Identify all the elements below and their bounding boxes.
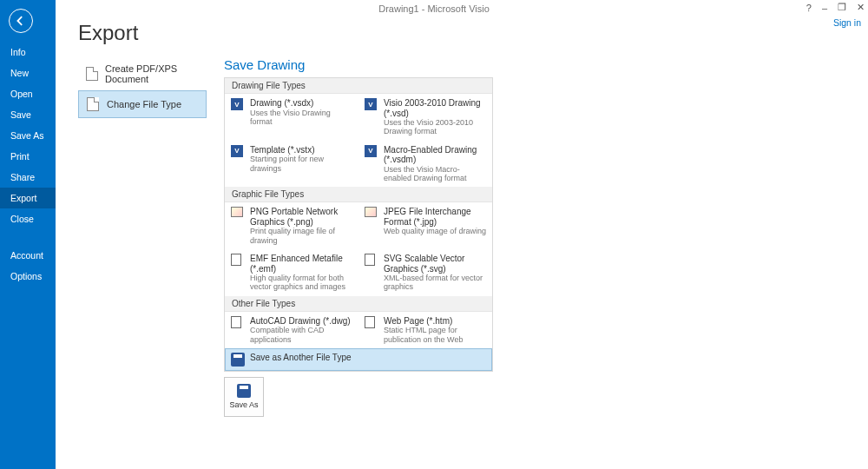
file-type-item[interactable]: VDrawing (*.vsdx)Uses the Visio Drawing … — [225, 94, 358, 141]
file-type-desc: Compatible with CAD applications — [250, 326, 352, 344]
back-button[interactable] — [9, 9, 33, 33]
sidebar-item-account[interactable]: Account — [0, 245, 56, 266]
visio-icon: V — [365, 98, 378, 112]
file-type-item[interactable]: JPEG File Interchange Format (*.jpg)Web … — [358, 202, 492, 249]
file-type-desc: Print quality image file of drawing — [250, 227, 352, 245]
file-type-name: AutoCAD Drawing (*.dwg) — [250, 316, 352, 327]
file-type-name: PNG Portable Network Graphics (*.png) — [250, 207, 352, 227]
img-icon — [365, 207, 378, 221]
file-type-desc: Uses the Visio 2003-2010 Drawing format — [384, 118, 486, 136]
file-type-text: Drawing (*.vsdx)Uses the Visio Drawing f… — [250, 98, 352, 136]
sidebar-item-print[interactable]: Print — [0, 146, 56, 167]
file-type-item[interactable]: SVG Scalable Vector Graphics (*.svg)XML-… — [358, 249, 492, 296]
page-icon — [365, 316, 378, 330]
file-type-desc: Uses the Visio Drawing format — [250, 109, 352, 127]
sidebar-item-info[interactable]: Info — [0, 42, 56, 63]
document-icon — [86, 96, 100, 112]
main-area: Export Create PDF/XPS DocumentChange Fil… — [56, 0, 868, 469]
sidebar-nav-bottom: AccountOptions — [0, 245, 56, 287]
file-type-name: Drawing (*.vsdx) — [250, 98, 352, 109]
file-type-item[interactable]: AutoCAD Drawing (*.dwg)Compatible with C… — [225, 312, 358, 348]
file-type-item[interactable]: VMacro-Enabled Drawing (*.vsdm)Uses the … — [358, 141, 492, 188]
file-type-desc: High quality format for both vector grap… — [250, 274, 352, 292]
file-types-panel: Drawing File TypesVDrawing (*.vsdx)Uses … — [224, 77, 493, 372]
page-title: Export — [78, 21, 845, 45]
save-as-label: Save As — [229, 400, 258, 409]
group-body: VDrawing (*.vsdx)Uses the Visio Drawing … — [225, 94, 492, 187]
file-type-name: Save as Another File Type — [250, 353, 352, 363]
file-type-text: JPEG File Interchange Format (*.jpg)Web … — [384, 207, 486, 245]
export-option-label: Change File Type — [107, 99, 181, 109]
export-option[interactable]: Change File Type — [78, 90, 207, 118]
file-type-text: EMF Enhanced Metafile (*.emf)High qualit… — [250, 254, 352, 292]
file-type-desc: Uses the Visio Macro-enabled Drawing for… — [384, 165, 486, 183]
file-type-name: SVG Scalable Vector Graphics (*.svg) — [384, 254, 486, 274]
sidebar-item-options[interactable]: Options — [0, 266, 56, 287]
file-type-text: Template (*.vstx)Starting point for new … — [250, 145, 352, 183]
export-option-label: Create PDF/XPS Document — [105, 63, 199, 84]
file-type-desc: Starting point for new drawings — [250, 155, 352, 173]
file-type-text: Web Page (*.htm)Static HTML page for pub… — [384, 316, 486, 344]
file-type-desc: Web quality image of drawing — [384, 227, 486, 235]
file-type-item[interactable]: EMF Enhanced Metafile (*.emf)High qualit… — [225, 249, 358, 296]
file-type-name: EMF Enhanced Metafile (*.emf) — [250, 254, 352, 274]
export-options-column: Create PDF/XPS DocumentChange File Type — [78, 57, 207, 417]
sidebar-item-share[interactable]: Share — [0, 167, 56, 188]
backstage-sidebar: InfoNewOpenSaveSave AsPrintShareExportCl… — [0, 0, 56, 469]
group-body: AutoCAD Drawing (*.dwg)Compatible with C… — [225, 312, 492, 371]
file-type-desc: Static HTML page for publication on the … — [384, 326, 486, 344]
img-icon — [231, 207, 245, 221]
file-type-item[interactable]: Save as Another File Type — [225, 348, 492, 371]
back-arrow-icon — [16, 16, 26, 26]
section-title: Save Drawing — [224, 57, 493, 72]
page-icon — [231, 316, 245, 330]
sidebar-item-open[interactable]: Open — [0, 83, 56, 104]
file-type-name: Template (*.vstx) — [250, 145, 352, 155]
file-type-text: Save as Another File Type — [250, 353, 352, 367]
file-type-name: JPEG File Interchange Format (*.jpg) — [384, 207, 486, 227]
file-type-name: Visio 2003-2010 Drawing (*.vsd) — [384, 98, 486, 118]
page-icon — [231, 254, 245, 268]
group-body: PNG Portable Network Graphics (*.png)Pri… — [225, 202, 492, 295]
group-header: Graphic File Types — [225, 187, 492, 202]
file-type-item[interactable]: VVisio 2003-2010 Drawing (*.vsd)Uses the… — [358, 94, 492, 141]
document-icon — [86, 66, 98, 82]
file-type-text: AutoCAD Drawing (*.dwg)Compatible with C… — [250, 316, 352, 344]
visio-icon: V — [231, 98, 245, 112]
group-header: Other File Types — [225, 296, 492, 312]
export-detail-column: Save Drawing Drawing File TypesVDrawing … — [224, 57, 493, 417]
sidebar-nav: InfoNewOpenSaveSave AsPrintShareExportCl… — [0, 42, 56, 229]
save-icon — [237, 384, 251, 398]
sidebar-item-save[interactable]: Save — [0, 104, 56, 125]
page-icon — [365, 254, 378, 268]
file-type-text: Macro-Enabled Drawing (*.vsdm)Uses the V… — [384, 145, 486, 183]
group-header: Drawing File Types — [225, 78, 492, 94]
export-option[interactable]: Create PDF/XPS Document — [78, 57, 207, 90]
sidebar-item-new[interactable]: New — [0, 63, 56, 83]
file-type-text: SVG Scalable Vector Graphics (*.svg)XML-… — [384, 254, 486, 292]
sidebar-item-export[interactable]: Export — [0, 188, 56, 208]
visio-icon: V — [231, 145, 245, 159]
file-type-text: PNG Portable Network Graphics (*.png)Pri… — [250, 207, 352, 245]
file-type-text: Visio 2003-2010 Drawing (*.vsd)Uses the … — [384, 98, 486, 136]
visio-icon: V — [365, 145, 378, 159]
save-icon — [231, 353, 245, 367]
save-as-button[interactable]: Save As — [224, 377, 264, 417]
file-type-item[interactable]: Web Page (*.htm)Static HTML page for pub… — [358, 312, 492, 348]
file-type-item[interactable]: PNG Portable Network Graphics (*.png)Pri… — [225, 202, 358, 249]
file-type-item[interactable]: VTemplate (*.vstx)Starting point for new… — [225, 141, 358, 188]
file-type-desc: XML-based format for vector graphics — [384, 274, 486, 292]
sidebar-item-close[interactable]: Close — [0, 208, 56, 229]
file-type-name: Macro-Enabled Drawing (*.vsdm) — [384, 145, 486, 165]
file-type-name: Web Page (*.htm) — [384, 316, 486, 327]
sidebar-item-save-as[interactable]: Save As — [0, 125, 56, 146]
